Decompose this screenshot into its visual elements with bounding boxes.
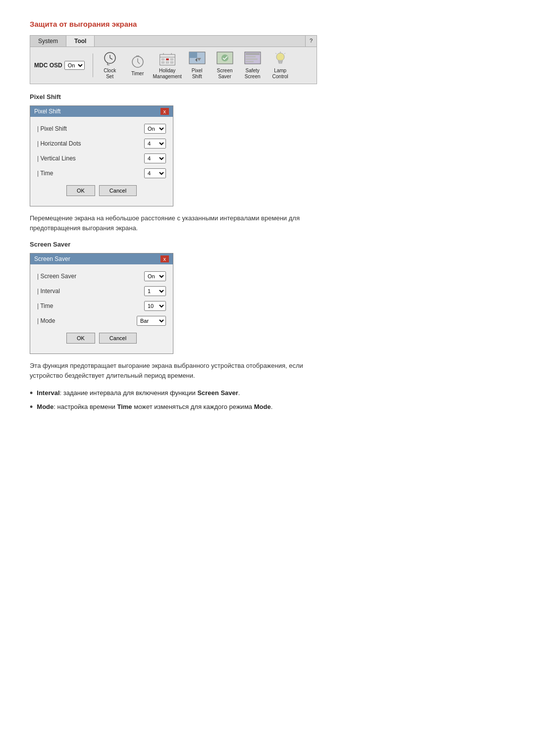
svg-rect-26 — [246, 58, 258, 60]
pixel-shift-control-4: 4 1 2 3 — [144, 168, 166, 178]
timer-icon — [129, 54, 147, 70]
pixel-shift-dialog-title-label: Pixel Shift — [34, 108, 60, 115]
time-bold: Time — [117, 403, 132, 410]
mode-bold: Mode — [37, 403, 54, 410]
screen-saver-select-1[interactable]: On Off — [144, 271, 166, 281]
svg-point-22 — [221, 54, 228, 61]
pixel-shift-icon — [188, 51, 206, 67]
toolbar: System Tool ? MDC OSD On Off Clo — [30, 35, 317, 84]
screen-saver-dialog-buttons: OK Cancel — [37, 331, 166, 349]
pixel-shift-field-label-2: Horizontal Dots — [37, 140, 144, 147]
svg-rect-14 — [161, 61, 164, 63]
screen-saver-field-label-3: Time — [37, 302, 144, 309]
pixel-shift-row-1: Pixel Shift On Off — [37, 124, 166, 134]
svg-rect-18 — [189, 52, 197, 58]
svg-rect-16 — [170, 61, 173, 63]
tool-timer[interactable]: Timer — [125, 53, 151, 78]
screen-saver-control-3: 10 5 15 20 — [144, 301, 166, 311]
tool-lamp-control[interactable]: LampControl — [268, 50, 293, 81]
svg-rect-11 — [161, 58, 164, 60]
svg-point-28 — [276, 53, 284, 61]
pixel-shift-section: Pixel Shift Pixel Shift x Pixel Shift On… — [30, 93, 505, 233]
svg-line-31 — [275, 53, 276, 54]
pixel-shift-select-4[interactable]: 4 1 2 3 — [144, 168, 166, 178]
screen-saver-select-4[interactable]: Bar Eraser Pixel — [137, 316, 166, 326]
pixel-shift-select-1[interactable]: On Off — [144, 124, 166, 134]
svg-line-5 — [138, 62, 140, 64]
screen-saver-dialog-title: Screen Saver x — [30, 253, 173, 264]
pixel-shift-close-button[interactable]: x — [160, 108, 169, 115]
screen-saver-row-2: Interval 1 2 3 — [37, 286, 166, 296]
screen-saver-description: Эта функция предотвращает выгорание экра… — [30, 361, 337, 380]
screen-saver-row-4: Mode Bar Eraser Pixel — [37, 316, 166, 326]
screen-saver-label: ScreenSaver — [217, 68, 233, 80]
safety-screen-icon — [244, 51, 262, 67]
screen-saver-dialog-title-label: Screen Saver — [34, 255, 70, 262]
toolbar-body: MDC OSD On Off ClockSet — [30, 47, 317, 84]
tool-safety-screen[interactable]: SafetyScreen — [240, 50, 266, 81]
tab-system[interactable]: System — [30, 36, 66, 47]
svg-rect-12 — [166, 58, 168, 60]
screen-saver-select-3[interactable]: 10 5 15 20 — [144, 301, 166, 311]
holiday-label: HolidayManagement — [153, 68, 181, 80]
svg-rect-32 — [278, 60, 282, 62]
svg-rect-15 — [166, 61, 168, 63]
safety-screen-label: SafetyScreen — [245, 68, 261, 80]
bullet-dot-1: • — [30, 389, 33, 398]
pixel-shift-section-title: Pixel Shift — [30, 93, 505, 101]
screen-saver-dialog: Screen Saver x Screen Saver On Off Inter… — [30, 253, 173, 354]
svg-line-2 — [110, 58, 112, 59]
clock-set-icon — [101, 51, 119, 67]
screen-saver-row-3: Time 10 5 15 20 — [37, 301, 166, 311]
pixel-shift-dialog-body: Pixel Shift On Off Horizontal Dots 4 1 2… — [30, 117, 173, 206]
pixel-shift-field-label-4: Time — [37, 170, 144, 177]
pixel-shift-field-label-1: Pixel Shift — [37, 125, 144, 132]
interval-bold: Interval — [37, 389, 59, 397]
lamp-control-label: LampControl — [272, 68, 288, 80]
tool-pixel-shift[interactable]: PixelShift — [184, 50, 210, 81]
lamp-control-icon — [271, 51, 289, 67]
pixel-shift-row-4: Time 4 1 2 3 — [37, 168, 166, 178]
pixel-shift-description: Перемещение экрана на небольшое расстоян… — [30, 213, 337, 233]
holiday-icon — [159, 51, 176, 67]
svg-rect-33 — [279, 62, 282, 63]
pixel-shift-control-1: On Off — [144, 124, 166, 134]
pixel-shift-dialog: Pixel Shift x Pixel Shift On Off Horizon… — [30, 105, 173, 206]
screen-saver-field-label-4: Mode — [37, 317, 137, 324]
pixel-shift-dialog-title: Pixel Shift x — [30, 106, 173, 117]
pixel-shift-select-3[interactable]: 4 1 2 3 — [144, 153, 166, 163]
screen-saver-section: Screen Saver Screen Saver x Screen Saver… — [30, 241, 505, 411]
svg-rect-13 — [170, 58, 173, 60]
pixel-shift-select-2[interactable]: 4 1 2 3 — [144, 139, 166, 149]
pixel-shift-cancel-button[interactable]: Cancel — [99, 185, 137, 196]
pixel-shift-ok-button[interactable]: OK — [66, 185, 95, 196]
screen-saver-dialog-body: Screen Saver On Off Interval 1 2 3 — [30, 264, 173, 353]
screen-saver-control-4: Bar Eraser Pixel — [137, 316, 166, 326]
screen-saver-select-2[interactable]: 1 2 3 — [144, 286, 166, 296]
screen-saver-bold: Screen Saver — [197, 389, 238, 397]
bullet-mode-text: Mode: настройка времени Time может измен… — [37, 402, 272, 412]
screen-saver-section-title: Screen Saver — [30, 241, 505, 248]
screen-saver-bullets: • Interval: задание интервала для включе… — [30, 388, 337, 411]
tool-holiday-management[interactable]: HolidayManagement — [153, 50, 182, 81]
screen-saver-close-button[interactable]: x — [160, 255, 169, 262]
mdc-osd-select[interactable]: On Off — [64, 61, 85, 70]
screen-saver-row-1: Screen Saver On Off — [37, 271, 166, 281]
screen-saver-control-2: 1 2 3 — [144, 286, 166, 296]
screen-saver-field-label-2: Interval — [37, 288, 144, 295]
screen-saver-control-1: On Off — [144, 271, 166, 281]
tool-screen-saver[interactable]: ScreenSaver — [212, 50, 238, 81]
screen-saver-cancel-button[interactable]: Cancel — [99, 333, 137, 344]
svg-line-30 — [284, 53, 285, 54]
pixel-shift-row-2: Horizontal Dots 4 1 2 3 — [37, 139, 166, 149]
clock-set-label: ClockSet — [104, 68, 116, 80]
toolbar-tabs: System Tool ? — [30, 36, 317, 47]
tab-tool[interactable]: Tool — [66, 36, 95, 47]
screen-saver-ok-button[interactable]: OK — [66, 333, 95, 344]
tool-clock-set[interactable]: ClockSet — [97, 50, 123, 81]
bullet-interval: • Interval: задание интервала для включе… — [30, 388, 337, 398]
section-title: Защита от выгорания экрана — [30, 20, 505, 28]
bullet-dot-2: • — [30, 403, 33, 411]
help-button[interactable]: ? — [305, 36, 317, 47]
mdc-osd-control: MDC OSD On Off — [34, 61, 85, 70]
